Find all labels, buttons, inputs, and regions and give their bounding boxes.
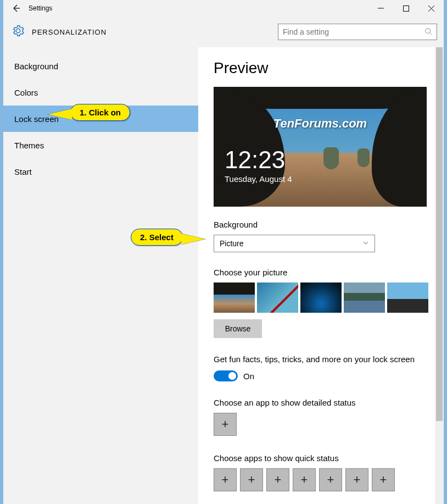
vertical-scrollbar[interactable] — [435, 47, 444, 504]
search-input[interactable] — [283, 27, 424, 36]
tips-toggle[interactable] — [214, 370, 238, 381]
sidebar-item-colors[interactable]: Colors — [3, 79, 198, 106]
picture-thumb-4[interactable] — [344, 283, 385, 313]
svg-line-5 — [430, 32, 432, 35]
quick-status-row: + + + + + + + — [214, 468, 428, 491]
quick-status-label: Choose apps to show quick status — [214, 453, 428, 463]
choose-picture-label: Choose your picture — [214, 268, 428, 277]
sidebar-item-themes[interactable]: Themes — [3, 132, 198, 158]
picture-thumbnails — [214, 283, 428, 313]
sidebar-item-label: Colors — [14, 88, 38, 97]
window-title: Settings — [29, 4, 52, 12]
minimize-button[interactable] — [368, 0, 393, 16]
clock-date: Tuesday, August 4 — [225, 174, 292, 184]
arrow-left-icon — [12, 4, 20, 13]
clock: 12:23 Tuesday, August 4 — [225, 148, 292, 184]
callout-text: 2. Select — [140, 232, 174, 242]
close-button[interactable] — [418, 0, 444, 16]
detailed-status-label: Choose an app to show detailed status — [214, 398, 428, 407]
picture-thumb-3[interactable] — [300, 283, 342, 313]
picture-thumb-1[interactable] — [214, 283, 255, 313]
search-icon — [424, 27, 432, 37]
background-dropdown[interactable]: Picture — [214, 235, 375, 252]
browse-button[interactable]: Browse — [214, 319, 262, 338]
annotation-callout-2: 2. Select — [131, 229, 183, 246]
page-category: PERSONALIZATION — [32, 28, 107, 36]
sidebar-item-background[interactable]: Background — [3, 53, 198, 79]
maximize-icon — [403, 5, 409, 12]
sidebar-item-label: Background — [14, 62, 58, 71]
quick-status-app-slot[interactable]: + — [293, 468, 316, 491]
back-button[interactable] — [3, 0, 29, 16]
background-label: Background — [214, 220, 428, 229]
detailed-status-app-slot[interactable]: + — [214, 413, 237, 436]
lock-screen-preview: TenForums.com 12:23 Tuesday, August 4 — [214, 87, 427, 207]
scrollbar-thumb[interactable] — [436, 47, 443, 421]
watermark-text: TenForums.com — [214, 117, 427, 131]
minimize-icon — [378, 5, 384, 12]
close-icon — [428, 5, 434, 12]
svg-rect-1 — [403, 5, 409, 11]
plus-icon: + — [222, 417, 229, 431]
settings-window: Settings PERSONALIZATION Background Colo… — [3, 0, 444, 504]
sidebar-item-start[interactable]: Start — [3, 158, 198, 185]
picture-thumb-5[interactable] — [387, 283, 428, 313]
maximize-button[interactable] — [393, 0, 418, 16]
plus-icon: + — [301, 473, 308, 487]
svg-point-4 — [426, 28, 431, 33]
tips-label: Get fun facts, tips, tricks, and more on… — [214, 355, 428, 364]
annotation-callout-1: 1. Click on — [70, 104, 130, 121]
plus-icon: + — [275, 473, 282, 487]
sidebar-item-label: Themes — [14, 141, 44, 150]
tips-toggle-row: On — [214, 370, 428, 381]
main-panel: Preview TenForums.com 12:23 Tuesday, Aug… — [198, 47, 444, 504]
sidebar-item-label: Start — [14, 167, 32, 176]
quick-status-app-slot[interactable]: + — [214, 468, 237, 491]
chevron-down-icon — [362, 239, 369, 248]
plus-icon: + — [248, 473, 255, 487]
quick-status-app-slot[interactable]: + — [345, 468, 368, 491]
clock-time: 12:23 — [225, 148, 292, 172]
dropdown-value: Picture — [220, 239, 244, 248]
quick-status-app-slot[interactable]: + — [372, 468, 395, 491]
titlebar: Settings — [3, 0, 444, 16]
callout-text: 1. Click on — [80, 108, 121, 117]
tips-toggle-state: On — [243, 372, 254, 381]
plus-icon: + — [354, 473, 361, 487]
gear-icon — [12, 25, 24, 39]
plus-icon: + — [380, 473, 387, 487]
quick-status-app-slot[interactable]: + — [240, 468, 263, 491]
preview-heading: Preview — [214, 59, 428, 77]
header: PERSONALIZATION — [3, 16, 444, 47]
quick-status-app-slot[interactable]: + — [319, 468, 342, 491]
quick-status-app-slot[interactable]: + — [266, 468, 289, 491]
plus-icon: + — [222, 473, 229, 487]
plus-icon: + — [327, 473, 334, 487]
search-box[interactable] — [278, 24, 437, 40]
picture-thumb-2[interactable] — [257, 283, 298, 313]
